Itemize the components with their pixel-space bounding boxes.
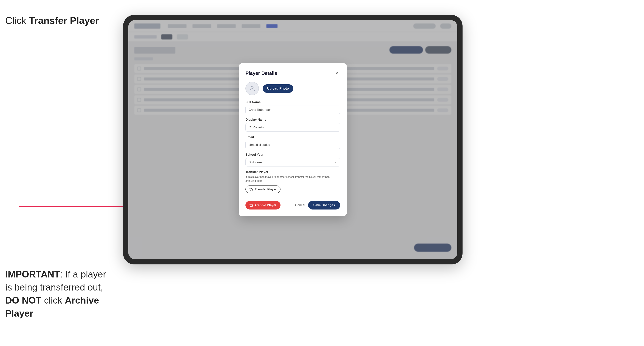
instruction-prefix: Click [5, 15, 29, 26]
email-label: Email [246, 135, 340, 139]
school-year-select[interactable]: First Year Second Year Third Year Fourth… [246, 158, 340, 167]
modal-overlay: Player Details × Upload Photo Full N [128, 20, 457, 259]
modal-header: Player Details × [246, 70, 340, 77]
archive-btn-label: Archive Player [254, 203, 276, 207]
svg-point-0 [251, 86, 253, 88]
full-name-group: Full Name [246, 100, 340, 114]
modal-close-button[interactable]: × [334, 70, 340, 77]
instruction-top: Click Transfer Player [5, 15, 99, 26]
transfer-player-section: Transfer Player If this player has moved… [246, 170, 340, 193]
tablet-device: Player Details × Upload Photo Full N [123, 15, 462, 264]
modal-footer: Archive Player Cancel Save Changes [246, 198, 340, 209]
person-icon [249, 85, 256, 92]
transfer-player-btn-label: Transfer Player [255, 188, 276, 191]
player-details-modal: Player Details × Upload Photo Full N [239, 63, 347, 216]
tablet-screen: Player Details × Upload Photo Full N [128, 20, 457, 259]
do-not-label: DO NOT [5, 295, 42, 306]
photo-section: Upload Photo [246, 82, 340, 95]
avatar [246, 82, 259, 95]
modal-title: Player Details [246, 70, 277, 76]
transfer-player-button[interactable]: Transfer Player [246, 185, 280, 193]
full-name-input[interactable] [246, 106, 340, 114]
school-year-group: School Year First Year Second Year Third… [246, 153, 340, 167]
full-name-label: Full Name [246, 100, 340, 104]
display-name-input[interactable] [246, 123, 340, 132]
transfer-section-description: If this player has moved to another scho… [246, 175, 340, 183]
display-name-label: Display Name [246, 118, 340, 122]
archive-icon [250, 203, 253, 207]
instruction-bottom: IMPORTANT: If a player is being transfer… [5, 268, 114, 320]
instruction-suffix: click [42, 295, 65, 306]
transfer-section-title: Transfer Player [246, 170, 340, 174]
important-label: IMPORTANT [5, 269, 60, 280]
save-changes-button[interactable]: Save Changes [308, 201, 340, 209]
sync-icon [250, 188, 253, 191]
cancel-button[interactable]: Cancel [295, 203, 305, 207]
display-name-group: Display Name [246, 118, 340, 132]
instruction-bold: Transfer Player [29, 15, 99, 26]
archive-player-button[interactable]: Archive Player [246, 201, 280, 209]
upload-photo-button[interactable]: Upload Photo [262, 84, 293, 93]
email-group: Email [246, 135, 340, 149]
school-year-label: School Year [246, 153, 340, 157]
annotation-vertical-line [19, 28, 20, 207]
svg-rect-1 [250, 204, 253, 205]
email-input[interactable] [246, 141, 340, 149]
